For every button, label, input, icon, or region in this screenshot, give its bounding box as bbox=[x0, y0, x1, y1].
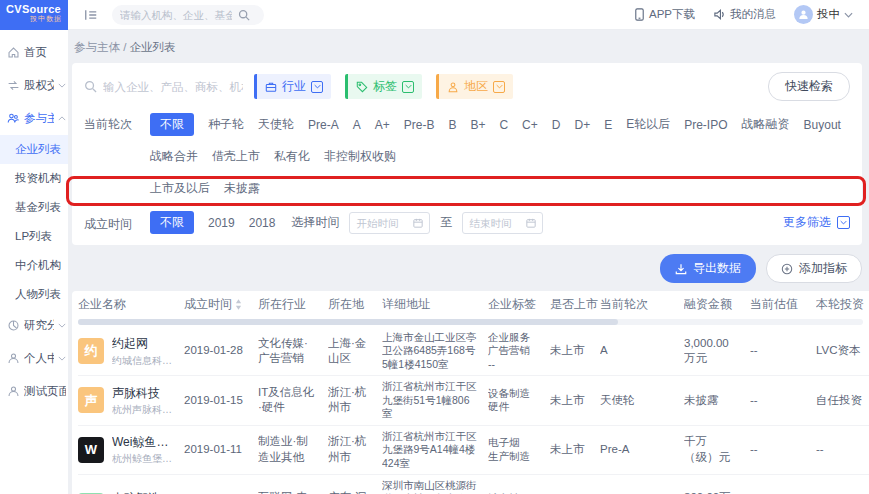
time-option[interactable]: 2019 bbox=[208, 213, 235, 233]
sidebar-item-research[interactable]: 研究分析 bbox=[0, 309, 68, 342]
start-date-input[interactable] bbox=[356, 217, 408, 229]
export-data-label: 导出数据 bbox=[693, 260, 741, 277]
chevron-down-icon bbox=[58, 323, 66, 328]
round-option[interactable]: B+ bbox=[470, 115, 485, 135]
column-header[interactable]: 成立时间 bbox=[184, 296, 258, 313]
company-name[interactable]: 声脉科技 bbox=[112, 385, 174, 401]
company-name[interactable]: 南豌智选 bbox=[112, 490, 174, 494]
user-icon bbox=[7, 352, 20, 365]
add-metric-label: 添加指标 bbox=[799, 260, 847, 277]
table-row[interactable]: 声 声脉科技 杭州声脉科技有限公司 2019-01-15 IT及信息化·硬件 浙… bbox=[78, 376, 869, 425]
company-search[interactable] bbox=[84, 80, 254, 93]
company-tags: 企业服务广告营销-- bbox=[488, 331, 550, 371]
username: 投中 bbox=[817, 7, 840, 22]
round-option[interactable]: 战略合并 bbox=[150, 145, 198, 168]
global-search-input[interactable] bbox=[120, 9, 232, 21]
add-metric-button[interactable]: 添加指标 bbox=[766, 254, 862, 283]
end-date-input[interactable] bbox=[469, 217, 521, 229]
industry-filter-button[interactable]: 行业 bbox=[254, 74, 331, 99]
scrollbar-thumb[interactable] bbox=[78, 319, 618, 325]
table-row[interactable]: 南 南豌智选 深圳市南豌智选科技有限... 2019-01-07 互联网·电子商… bbox=[78, 475, 869, 494]
sidebar-item-home[interactable]: 首页 bbox=[0, 36, 68, 69]
round-option[interactable]: C+ bbox=[522, 115, 538, 135]
sidebar-subitem-company-list[interactable]: 企业列表 bbox=[0, 135, 68, 164]
column-header: 本轮投资 bbox=[816, 296, 869, 313]
sidebar-item-label: 参与主体 bbox=[24, 111, 54, 126]
column-header-label: 企业标签 bbox=[488, 296, 536, 313]
round-option[interactable]: A+ bbox=[375, 115, 390, 135]
round-option[interactable]: B bbox=[448, 115, 456, 135]
sort-icon[interactable] bbox=[235, 299, 242, 310]
sidebar-subitem-intermediaries[interactable]: 中介机构 bbox=[0, 251, 68, 280]
time-option[interactable]: 2018 bbox=[249, 213, 276, 233]
breadcrumb: 参与主体 / 企业列表 bbox=[72, 38, 869, 63]
round-option[interactable]: Pre-A bbox=[308, 115, 339, 135]
table-row[interactable]: W Wei鲸鱼控股 杭州鲸鱼堡网络科技有限... 2019-01-11 制造业·… bbox=[78, 426, 869, 475]
export-data-button[interactable]: 导出数据 bbox=[660, 254, 756, 283]
breadcrumb-parent[interactable]: 参与主体 bbox=[74, 41, 120, 53]
round-option[interactable]: E轮以后 bbox=[626, 113, 670, 136]
current-round: Pre-A bbox=[600, 442, 684, 458]
round-option[interactable]: 上市及以后 bbox=[150, 177, 210, 200]
round-option[interactable]: C bbox=[499, 115, 508, 135]
company-tag: 设备制造 bbox=[488, 387, 540, 400]
sidebar-subitem-lp-list[interactable]: LP列表 bbox=[0, 222, 68, 251]
company-search-input[interactable] bbox=[103, 81, 243, 93]
round-option[interactable]: Pre-B bbox=[404, 115, 435, 135]
company-name[interactable]: 约起网 bbox=[112, 335, 174, 351]
app-download-button[interactable]: APP下载 bbox=[634, 7, 695, 22]
founded-time-label: 成立时间 bbox=[84, 213, 136, 233]
round-option[interactable]: 天使轮 bbox=[258, 113, 294, 136]
round-option[interactable]: D bbox=[552, 115, 561, 135]
region-filter-button[interactable]: 地区 bbox=[436, 74, 513, 99]
checkbox-dropdown-icon[interactable] bbox=[402, 81, 414, 93]
address: 深圳市南山区桃源街道平山社区留山路10号大学城创业园3层307室 bbox=[382, 479, 488, 494]
sidebar-subitem-investors[interactable]: 投资机构 bbox=[0, 164, 68, 193]
current-valuation: -- bbox=[750, 343, 816, 359]
round-option[interactable]: 私有化 bbox=[274, 145, 310, 168]
more-filters-button[interactable]: 更多筛选 bbox=[783, 214, 850, 231]
round-option[interactable]: 战略融资 bbox=[742, 113, 790, 136]
search-icon[interactable] bbox=[238, 9, 250, 21]
sidebar-item-equity-trade[interactable]: 股权交易 bbox=[0, 69, 68, 102]
column-header: 详细地址 bbox=[382, 296, 488, 313]
round-option[interactable]: 未披露 bbox=[224, 177, 260, 200]
round-filter-label: 当前轮次 bbox=[84, 113, 136, 133]
round-option[interactable]: Buyout bbox=[804, 115, 841, 135]
round-option[interactable]: D+ bbox=[574, 115, 590, 135]
checkbox-dropdown-icon[interactable] bbox=[493, 81, 505, 93]
sidebar-item-personal-center[interactable]: 个人中心 bbox=[0, 342, 68, 375]
end-date-field[interactable] bbox=[462, 212, 543, 234]
quick-search-button[interactable]: 快速检索 bbox=[768, 72, 850, 101]
company-name[interactable]: Wei鲸鱼控股 bbox=[112, 434, 174, 450]
round-option[interactable]: 借壳上市 bbox=[212, 145, 260, 168]
round-option[interactable]: 不限 bbox=[150, 113, 194, 136]
region-filter-label: 地区 bbox=[464, 78, 488, 95]
round-option[interactable]: E bbox=[604, 115, 612, 135]
download-icon bbox=[675, 263, 687, 275]
sidebar-item-test-page[interactable]: 测试页面 bbox=[0, 375, 68, 408]
checkbox-dropdown-icon[interactable] bbox=[311, 81, 323, 93]
messages-button[interactable]: 我的消息 bbox=[713, 7, 776, 22]
collapse-menu-icon[interactable] bbox=[84, 8, 98, 22]
sidebar-subitem-funds[interactable]: 基金列表 bbox=[0, 193, 68, 222]
round-option[interactable]: Pre-IPO bbox=[684, 115, 727, 135]
tag-filter-button[interactable]: 标签 bbox=[345, 74, 422, 99]
location: 上海·金山区 bbox=[328, 336, 382, 367]
sidebar-item-participants[interactable]: 参与主体 bbox=[0, 102, 68, 135]
user-menu[interactable]: 投中 bbox=[794, 5, 853, 24]
global-search[interactable] bbox=[112, 5, 264, 25]
round-option[interactable]: A bbox=[353, 115, 361, 135]
table-row[interactable]: 约 约起网 约城信息科技(上海)有限... 2019-01-28 文化传媒·广告… bbox=[78, 327, 869, 376]
tag-filter-label: 标签 bbox=[373, 78, 397, 95]
company-logo: 约 bbox=[78, 338, 104, 364]
sidebar-subitem-people[interactable]: 人物列表 bbox=[0, 280, 68, 309]
start-date-field[interactable] bbox=[349, 212, 430, 234]
round-option[interactable]: 非控制权收购 bbox=[324, 145, 396, 168]
checkbox-dropdown-icon bbox=[837, 216, 850, 229]
horizontal-scrollbar[interactable] bbox=[78, 319, 863, 325]
time-option[interactable]: 不限 bbox=[150, 211, 194, 234]
app-logo[interactable]: CVSource 投中数据 bbox=[0, 0, 68, 30]
funding-amount: 3,000.00万元 bbox=[684, 336, 750, 367]
round-option[interactable]: 种子轮 bbox=[208, 113, 244, 136]
